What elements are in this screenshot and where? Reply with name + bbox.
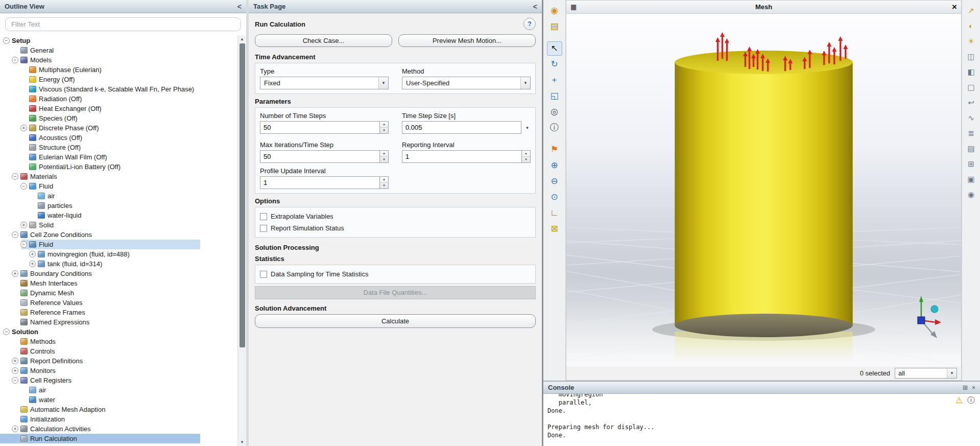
chevron-down-icon[interactable]: ▾ xyxy=(947,368,957,378)
chevron-down-icon[interactable]: ▾ xyxy=(520,77,530,89)
tree-item-calculation-activities[interactable]: +Calculation Activities xyxy=(0,424,237,434)
tree-item-fluid[interactable]: −Fluid xyxy=(0,240,237,249)
scrollbar-thumb[interactable] xyxy=(240,43,245,347)
tree-item-dynamic-mesh[interactable]: Dynamic Mesh xyxy=(0,288,237,298)
tree-item-multiphase-eulerian[interactable]: Multiphase (Eulerian) xyxy=(0,65,237,75)
chevron-down-icon[interactable]: ▾ xyxy=(524,125,531,130)
tree-item-cell-registers[interactable]: −Cell Registers xyxy=(0,375,237,385)
tree-item-general[interactable]: General xyxy=(0,45,237,55)
tree-item-methods[interactable]: Methods xyxy=(0,337,237,346)
tile-windows-icon[interactable]: ⊞ xyxy=(965,157,978,170)
collapse-icon[interactable]: − xyxy=(12,173,18,180)
tree-item-setup[interactable]: −Setup xyxy=(0,36,237,45)
calculate-button[interactable]: Calculate xyxy=(255,314,536,328)
contour-display-icon[interactable]: ◧ xyxy=(965,65,978,78)
collapse-icon[interactable]: − xyxy=(12,57,18,63)
tree-item-acoustics-off[interactable]: Acoustics (Off) xyxy=(0,133,237,143)
filter-input[interactable] xyxy=(5,17,241,31)
report-simulation-status-checkbox[interactable] xyxy=(260,225,267,232)
check-case-button[interactable]: Check Case... xyxy=(255,34,392,47)
record-view-icon[interactable]: ◉ xyxy=(965,188,978,201)
surface-display-icon[interactable]: ▢ xyxy=(965,81,978,93)
collapse-panel-icon[interactable]: < xyxy=(533,3,537,11)
preview-mesh-motion-button[interactable]: Preview Mesh Motion... xyxy=(398,34,536,47)
max-iterations-input[interactable] xyxy=(260,150,380,163)
expand-icon[interactable]: + xyxy=(20,222,27,228)
collapse-icon[interactable]: − xyxy=(20,241,27,248)
copy-view-icon[interactable]: ▤ xyxy=(547,19,562,34)
undo-view-icon[interactable]: ↩ xyxy=(965,96,978,109)
spinner-arrows-icon[interactable]: ▴▾ xyxy=(380,121,389,134)
tree-item-heat-exchanger-off[interactable]: Heat Exchanger (Off) xyxy=(0,104,237,113)
tree-item-automatic-mesh-adaption[interactable]: Automatic Mesh Adaption xyxy=(0,405,237,414)
collapse-icon[interactable]: − xyxy=(20,183,27,190)
pan-view-icon[interactable]: + xyxy=(547,73,562,87)
view-lock-icon[interactable]: ⊠ xyxy=(547,222,562,236)
tree-item-fluid[interactable]: −Fluid xyxy=(0,181,237,191)
info-icon[interactable]: ⓘ xyxy=(547,121,562,135)
tree-item-named-expressions[interactable]: Named Expressions xyxy=(0,317,237,327)
expand-icon[interactable]: + xyxy=(20,125,27,131)
tree-item-run-calculation[interactable]: Run Calculation xyxy=(0,434,237,443)
magnify-icon[interactable]: ◎ xyxy=(547,105,562,119)
spinner-arrows-icon[interactable]: ▴▾ xyxy=(522,150,531,163)
tree-item-movingregion-fluid-id-488[interactable]: +movingregion (fluid, id=488) xyxy=(0,249,237,259)
help-button[interactable]: ? xyxy=(523,18,536,30)
mesh-viewport[interactable] xyxy=(566,14,961,366)
tree-item-discrete-phase-off[interactable]: +Discrete Phase (Off) xyxy=(0,123,237,133)
tree-item-reference-frames[interactable]: Reference Frames xyxy=(0,308,237,317)
axes-probe-icon[interactable]: ∟ xyxy=(547,206,562,220)
mesh-display-icon[interactable]: ◉ xyxy=(547,4,562,18)
lighting-icon[interactable]: ☀ xyxy=(965,35,978,48)
select-pointer-icon[interactable]: ↖ xyxy=(547,41,562,56)
collapse-icon[interactable]: − xyxy=(3,37,10,44)
tree-item-air[interactable]: air xyxy=(0,385,237,395)
annotate-pencil-icon[interactable]: ↗ xyxy=(965,4,978,17)
tree-item-models[interactable]: −Models xyxy=(0,55,237,65)
tree-item-energy-off[interactable]: Energy (Off) xyxy=(0,75,237,84)
console-body[interactable]: movingregion parallel, Done. Preparing m… xyxy=(543,394,980,446)
scroll-up-icon[interactable]: ▲ xyxy=(238,35,246,43)
tree-item-water[interactable]: water xyxy=(0,395,237,405)
zoom-in-icon[interactable]: ⊕ xyxy=(547,158,562,173)
zoom-out-icon[interactable]: ⊖ xyxy=(547,174,562,189)
collapse-icon[interactable]: − xyxy=(3,328,10,335)
tree-item-species-off[interactable]: Species (Off) xyxy=(0,113,237,123)
close-icon[interactable]: × xyxy=(952,3,957,11)
tree-item-mesh-interfaces[interactable]: Mesh Interfaces xyxy=(0,278,237,288)
list-output-icon[interactable]: ≣ xyxy=(965,127,978,139)
tree-item-reference-values[interactable]: Reference Values xyxy=(0,298,237,308)
palette-icon[interactable]: ◐ xyxy=(965,19,978,32)
expand-icon[interactable]: + xyxy=(29,251,36,257)
profile-update-interval-input[interactable] xyxy=(260,176,380,189)
probe-flag-icon[interactable]: ⚑ xyxy=(547,143,562,157)
tree-item-report-definitions[interactable]: +Report Definitions xyxy=(0,356,237,366)
plot-curve-icon[interactable]: ∿ xyxy=(965,111,978,124)
spinner-arrows-icon[interactable]: ▴▾ xyxy=(380,150,389,163)
expand-icon[interactable]: + xyxy=(12,367,18,374)
rotate-view-icon[interactable]: ↻ xyxy=(547,57,562,72)
spinner-arrows-icon[interactable]: ▴▾ xyxy=(380,176,389,189)
tree-item-water-liquid[interactable]: water-liquid xyxy=(0,210,237,220)
tree-item-boundary-conditions[interactable]: +Boundary Conditions xyxy=(0,269,237,278)
time-step-size-input[interactable] xyxy=(402,121,521,134)
outline-scrollbar[interactable]: ▲ ▼ xyxy=(237,35,246,446)
data-sampling-checkbox[interactable] xyxy=(260,271,267,278)
tree-item-particles[interactable]: particles xyxy=(0,201,237,210)
scroll-down-icon[interactable]: ▼ xyxy=(238,438,246,446)
tree-item-potential-li-ion-battery-off[interactable]: Potential/Li-ion Battery (Off) xyxy=(0,162,237,172)
tree-item-materials[interactable]: −Materials xyxy=(0,172,237,181)
display-filter-dropdown[interactable]: all ▾ xyxy=(895,368,957,379)
zoom-box-icon[interactable]: ◱ xyxy=(547,89,562,103)
expand-icon[interactable]: + xyxy=(12,270,18,277)
expand-icon[interactable]: + xyxy=(12,426,18,432)
tree-item-controls[interactable]: Controls xyxy=(0,346,237,356)
warning-icon[interactable]: ⚠ xyxy=(955,395,963,405)
reporting-interval-input[interactable] xyxy=(402,150,522,163)
tree-item-air[interactable]: air xyxy=(0,191,237,201)
info-icon[interactable]: ⓘ xyxy=(967,395,975,405)
collapse-icon[interactable]: − xyxy=(12,377,18,384)
new-window-icon[interactable]: ▣ xyxy=(965,173,978,185)
tree-item-monitors[interactable]: +Monitors xyxy=(0,366,237,375)
tree-item-solid[interactable]: +Solid xyxy=(0,220,237,230)
